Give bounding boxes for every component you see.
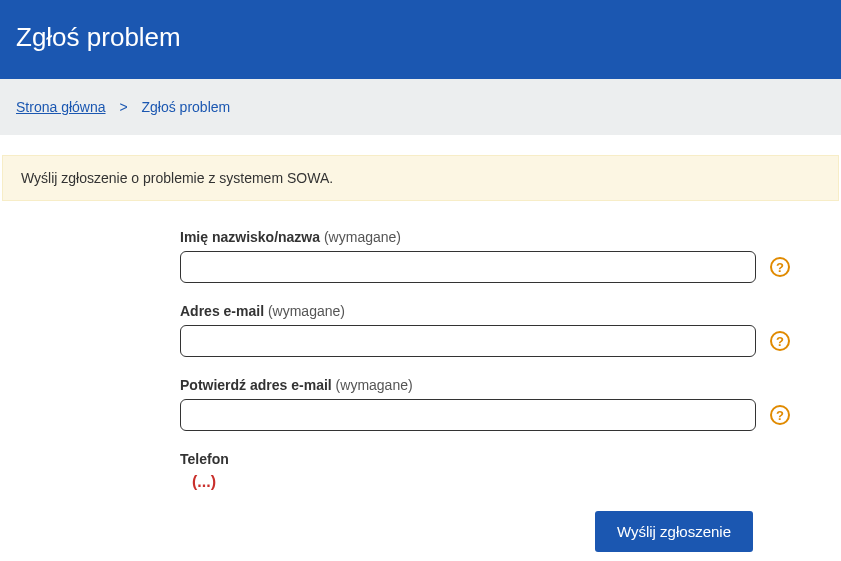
submit-row: Wyślij zgłoszenie <box>180 511 839 552</box>
page-header: Zgłoś problem <box>0 0 841 79</box>
form-area: Imię nazwisko/nazwa (wymagane) ? Adres e… <box>2 229 839 561</box>
label-email-confirm: Potwierdź adres e-mail (wymagane) <box>180 377 839 393</box>
breadcrumb-current: Zgłoś problem <box>141 99 230 115</box>
field-name: Imię nazwisko/nazwa (wymagane) ? <box>180 229 839 283</box>
help-icon[interactable]: ? <box>770 405 790 425</box>
help-icon[interactable]: ? <box>770 331 790 351</box>
label-name: Imię nazwisko/nazwa (wymagane) <box>180 229 839 245</box>
field-email: Adres e-mail (wymagane) ? <box>180 303 839 357</box>
label-email: Adres e-mail (wymagane) <box>180 303 839 319</box>
field-email-confirm: Potwierdź adres e-mail (wymagane) ? <box>180 377 839 431</box>
submit-button[interactable]: Wyślij zgłoszenie <box>595 511 753 552</box>
main-content: Wyślij zgłoszenie o problemie z systemem… <box>0 155 841 561</box>
help-icon[interactable]: ? <box>770 257 790 277</box>
info-alert: Wyślij zgłoszenie o problemie z systemem… <box>2 155 839 201</box>
breadcrumb-separator: > <box>119 99 127 115</box>
label-phone: Telefon <box>180 451 839 467</box>
breadcrumb: Strona główna > Zgłoś problem <box>0 79 841 135</box>
breadcrumb-home-link[interactable]: Strona główna <box>16 99 106 115</box>
field-phone: Telefon (...) <box>180 451 839 491</box>
name-input[interactable] <box>180 251 756 283</box>
phone-collapsed-indicator[interactable]: (...) <box>192 473 839 491</box>
page-title: Zgłoś problem <box>16 22 825 53</box>
email-confirm-input[interactable] <box>180 399 756 431</box>
email-input[interactable] <box>180 325 756 357</box>
